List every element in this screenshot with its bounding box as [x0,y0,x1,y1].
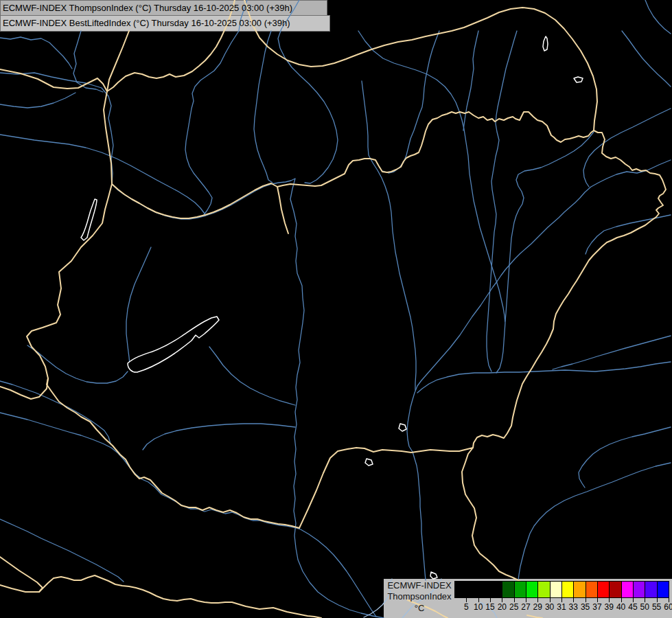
legend-tick [526,597,526,602]
river [463,31,478,130]
legend-color-box [573,581,586,598]
border [0,69,107,91]
map-canvas [0,0,672,618]
legend-tick [621,597,622,602]
river [579,427,671,488]
lake-small-5 [430,572,437,579]
river [0,413,376,617]
river [0,73,384,618]
legend-color-box [561,581,574,598]
legend-tick [502,597,502,602]
legend-unit: °C [384,604,455,613]
legend-tick [657,597,658,602]
legend-title-line2: ThompsonIndex [384,592,455,602]
lake-small-1 [543,36,548,51]
river [362,81,416,390]
legend-tick-label: 60 [660,602,672,612]
legend-tick [669,597,669,602]
legend: ECMWF-INDEX ThompsonIndex °C 51015202527… [384,579,672,618]
weather-map-app: ECMWF-INDEX ThompsonIndex (°C) Thursday … [0,0,672,618]
legend-color-box [478,581,491,598]
river [0,519,124,582]
river [254,31,273,183]
legend-tick [586,597,586,602]
legend-tick [514,597,515,602]
map-title-best-lifted-index: ECMWF-INDEX BestLiftedIndex (°C) Thursda… [3,18,290,28]
country-borders [0,0,666,618]
legend-tick [609,597,610,602]
border [277,112,594,187]
river [505,132,594,321]
legend-color-box [526,581,538,598]
lake-small-3 [399,424,406,431]
legend-tick [466,597,467,602]
legend-color-box [502,581,514,598]
river [417,362,671,393]
legend-title-line1: ECMWF-INDEX [384,581,455,591]
legend-tick [573,597,574,602]
legend-color-box [514,581,526,598]
river [0,93,76,108]
legend-color-box [454,581,467,598]
lake-balaton [128,317,219,372]
legend-tick [550,597,551,602]
lake-small-4 [365,459,373,466]
legend-tick [537,597,538,602]
river [27,345,128,383]
legend-color-box [586,581,598,598]
river [0,37,72,69]
river [143,424,295,450]
river [0,135,205,214]
river [358,31,505,373]
legend-color-box [490,581,502,598]
legend-color-box [609,581,621,598]
legend-tick [633,597,634,602]
river [383,31,439,173]
border [112,183,288,233]
map-title-thompson-index: ECMWF-INDEX ThompsonIndex (°C) Thursday … [3,3,292,13]
legend-tick [597,597,598,602]
lake-small-2 [574,77,583,82]
border [107,0,235,91]
river [126,247,151,365]
legend-color-box [621,581,634,598]
legend-tick [561,597,562,602]
legend-color-box [633,581,645,598]
legend-color-box [537,581,550,598]
rivers [0,0,671,618]
river [185,0,247,215]
legend-color-box [466,581,478,598]
legend-color-box [550,581,562,598]
legend-color-box [645,581,657,598]
border [244,0,666,448]
river [645,0,671,34]
river [518,463,671,580]
river [0,381,111,444]
border [27,31,520,581]
river [487,31,517,371]
river [622,31,671,87]
legend-color-box [597,581,610,598]
legend-color-box [657,581,669,598]
river [209,347,295,405]
legend-tick [478,597,479,602]
border [0,575,321,618]
legend-tick [490,597,491,602]
legend-tick [645,597,645,602]
